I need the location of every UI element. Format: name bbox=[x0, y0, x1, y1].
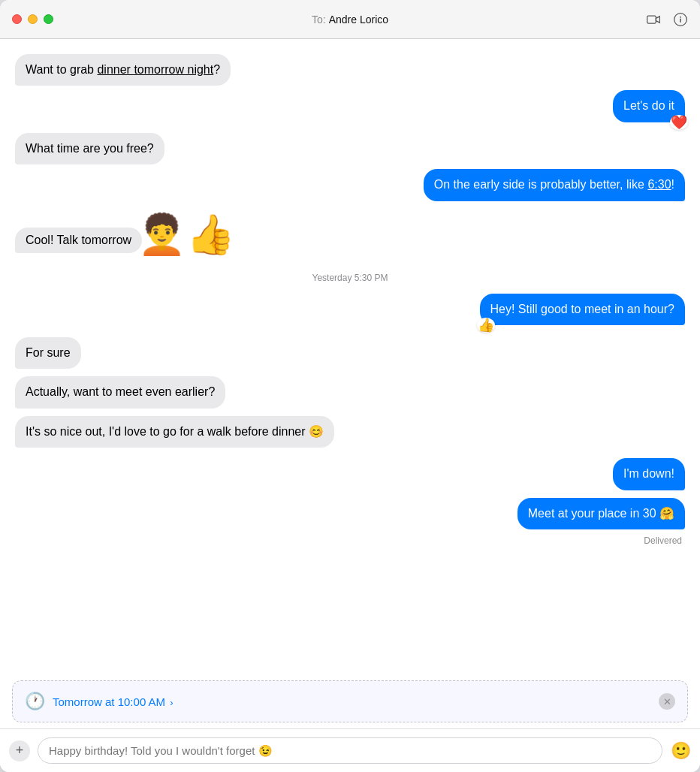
sent-bubble: Let's do it ❤️ bbox=[613, 90, 685, 122]
message-row: Actually, want to meet even earlier? bbox=[15, 376, 685, 408]
thumbs-reaction: 👍 bbox=[477, 318, 495, 333]
received-bubble: It's so nice out, I'd love to go for a w… bbox=[15, 416, 334, 448]
message-input[interactable] bbox=[38, 737, 662, 764]
messages-window: To: Andre Lorico Want to grab dinner tom… bbox=[0, 0, 700, 772]
delivered-label: Delivered bbox=[15, 535, 685, 546]
add-attachment-button[interactable]: + bbox=[9, 740, 30, 761]
memoji-sticker: 🧑‍🦱👍 bbox=[137, 212, 235, 258]
message-text: It's so nice out, I'd love to go for a w… bbox=[26, 425, 324, 438]
message-row: For sure bbox=[15, 337, 685, 369]
scheduled-time-text[interactable]: Tomorrow at 10:00 AM › bbox=[53, 695, 651, 708]
timestamp-divider: Yesterday 5:30 PM bbox=[15, 273, 685, 283]
scheduled-close-button[interactable]: ✕ bbox=[659, 693, 675, 710]
close-button[interactable] bbox=[12, 14, 22, 24]
received-bubble: Actually, want to meet even earlier? bbox=[15, 376, 225, 408]
message-row: Let's do it ❤️ bbox=[15, 90, 685, 122]
message-row: Hey! Still good to meet in an hour? 👍 bbox=[15, 294, 685, 325]
timestamp-text: Yesterday 5:30 PM bbox=[312, 273, 388, 283]
message-row: Meet at your place in 30 🤗 bbox=[15, 498, 685, 529]
video-call-icon[interactable] bbox=[646, 12, 661, 27]
sent-bubble: On the early side is probably better, li… bbox=[424, 169, 685, 201]
info-icon[interactable] bbox=[673, 12, 688, 27]
message-row: On the early side is probably better, li… bbox=[15, 169, 685, 201]
input-bar: + 🙂 bbox=[0, 728, 700, 772]
titlebar-actions bbox=[646, 12, 688, 27]
underline-text: dinner tomorrow night bbox=[97, 63, 213, 76]
message-text: I'm down! bbox=[623, 467, 674, 480]
message-row: It's so nice out, I'd love to go for a w… bbox=[15, 416, 685, 448]
scheduled-label: Tomorrow at 10:00 AM bbox=[53, 695, 168, 708]
message-row: Cool! Talk tomorrow 🧑‍🦱👍 bbox=[15, 212, 685, 253]
close-icon: ✕ bbox=[663, 696, 671, 707]
message-text: Meet at your place in 30 🤗 bbox=[528, 507, 674, 520]
traffic-lights bbox=[12, 14, 53, 24]
chevron-icon: › bbox=[170, 697, 173, 708]
maximize-button[interactable] bbox=[44, 14, 53, 24]
message-text: What time are you free? bbox=[26, 142, 154, 155]
message-text: Let's do it bbox=[623, 99, 674, 112]
minimize-button[interactable] bbox=[28, 14, 38, 24]
sent-bubble: Meet at your place in 30 🤗 bbox=[517, 498, 685, 529]
message-row: Want to grab dinner tomorrow night? bbox=[15, 54, 685, 86]
received-bubble-memoji: Cool! Talk tomorrow bbox=[15, 228, 142, 253]
message-row: I'm down! bbox=[15, 458, 685, 490]
titlebar: To: Andre Lorico bbox=[0, 0, 700, 39]
message-text: Actually, want to meet even earlier? bbox=[26, 385, 215, 398]
sent-bubble: I'm down! bbox=[613, 458, 685, 490]
received-bubble: Want to grab dinner tomorrow night? bbox=[15, 54, 231, 86]
sent-bubble: Hey! Still good to meet in an hour? 👍 bbox=[480, 294, 685, 325]
scheduled-banner[interactable]: 🕐 Tomorrow at 10:00 AM › ✕ bbox=[12, 680, 688, 722]
message-text: For sure bbox=[26, 346, 71, 359]
add-icon: + bbox=[16, 743, 24, 758]
to-label: To: bbox=[312, 14, 326, 26]
messages-area: Want to grab dinner tomorrow night? Let'… bbox=[0, 39, 700, 674]
emoji-picker-button[interactable]: 🙂 bbox=[670, 740, 691, 761]
received-bubble: What time are you free? bbox=[15, 133, 164, 164]
delivered-text: Delivered bbox=[644, 535, 682, 546]
titlebar-recipient: To: Andre Lorico bbox=[312, 14, 388, 26]
underline-text: 6:30 bbox=[647, 178, 671, 191]
message-text: Cool! Talk tomorrow bbox=[26, 234, 131, 247]
scheduled-clock-icon: 🕐 bbox=[25, 692, 45, 711]
received-bubble: For sure bbox=[15, 337, 81, 369]
message-text: Hey! Still good to meet in an hour? bbox=[490, 303, 674, 315]
svg-rect-0 bbox=[647, 16, 656, 23]
heart-reaction: ❤️ bbox=[670, 115, 688, 130]
recipient-name: Andre Lorico bbox=[329, 14, 388, 26]
emoji-icon: 🙂 bbox=[671, 741, 691, 761]
message-row: What time are you free? bbox=[15, 133, 685, 164]
